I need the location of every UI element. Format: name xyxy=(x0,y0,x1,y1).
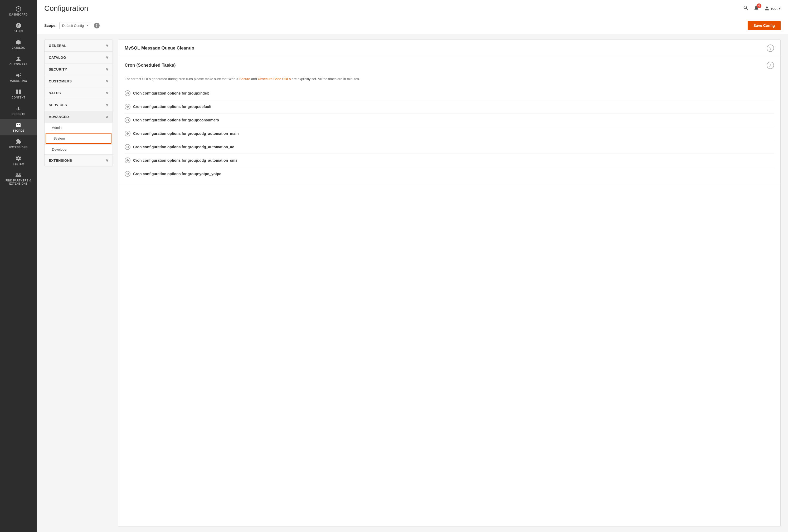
panel-section-title-mysql-queue: MySQL Message Queue Cleanup xyxy=(125,45,194,51)
sidebar-item-label: STORES xyxy=(13,129,24,132)
scope-left: Scope: Default Config ? xyxy=(44,22,100,29)
cron-description: For correct URLs generated during cron r… xyxy=(125,74,774,87)
cron-item-label: Cron configuration options for group:ind… xyxy=(133,91,209,95)
panel-section-mysql-queue: MySQL Message Queue Cleanup ∨ xyxy=(118,40,780,57)
left-nav-sub-item-admin[interactable]: Admin xyxy=(44,122,113,132)
search-button[interactable] xyxy=(743,5,749,12)
cron-circle-icon: ⊙ xyxy=(125,117,131,123)
left-nav-label-security: SECURITY xyxy=(49,67,67,71)
left-nav-label-advanced: ADVANCED xyxy=(49,115,69,119)
sidebar-item-extensions[interactable]: EXTENSIONS xyxy=(0,135,37,152)
sidebar-item-find-partners[interactable]: FIND PARTNERS & EXTENSIONS xyxy=(0,168,37,188)
scope-select[interactable]: Default Config xyxy=(59,22,91,29)
cron-circle-icon: ⊙ xyxy=(125,171,131,177)
left-nav-label-services: SERVICES xyxy=(49,103,67,107)
chevron-down-icon: ∨ xyxy=(106,67,109,71)
cron-item-index[interactable]: ⊙ Cron configuration options for group:i… xyxy=(125,87,774,100)
left-nav-label-customers: CUSTOMERS xyxy=(49,79,72,83)
cron-item-consumers[interactable]: ⊙ Cron configuration options for group:c… xyxy=(125,114,774,127)
left-nav-header-sales[interactable]: SALES ∨ xyxy=(44,87,113,99)
left-nav-header-services[interactable]: SERVICES ∨ xyxy=(44,99,113,110)
left-nav-item-services[interactable]: SERVICES ∨ xyxy=(44,99,113,111)
partner-icon xyxy=(15,172,22,178)
left-nav-item-catalog[interactable]: CATALOG ∨ xyxy=(44,52,113,63)
left-nav-item-security[interactable]: SECURITY ∨ xyxy=(44,63,113,75)
cron-item-yotpo[interactable]: ⊙ Cron configuration options for group:y… xyxy=(125,167,774,180)
sidebar: DASHBOARD SALES CATALOG CUSTOMERS MARKET… xyxy=(0,0,37,532)
cron-item-label: Cron configuration options for group:con… xyxy=(133,118,219,122)
cron-circle-icon: ⊙ xyxy=(125,144,131,150)
chevron-up-icon: ∧ xyxy=(106,115,109,119)
grid-icon xyxy=(15,89,22,95)
chevron-down-icon: ∨ xyxy=(106,79,109,83)
save-config-button[interactable]: Save Config xyxy=(748,21,781,30)
left-nav-sub-item-developer[interactable]: Developer xyxy=(44,144,113,154)
left-nav-header-extensions[interactable]: EXTENSIONS ∨ xyxy=(44,155,113,166)
cron-item-default[interactable]: ⊙ Cron configuration options for group:d… xyxy=(125,100,774,114)
notification-button[interactable]: 4 xyxy=(753,5,759,12)
collapse-icon-cron[interactable]: ∧ xyxy=(767,62,774,69)
cron-circle-icon: ⊙ xyxy=(125,158,131,163)
cron-circle-icon: ⊙ xyxy=(125,131,131,137)
left-nav-sub-item-system[interactable]: System xyxy=(45,133,112,144)
main-area: Configuration 4 root ▾ Scope: Default Co… xyxy=(37,0,788,532)
left-nav-item-advanced[interactable]: ADVANCED ∧ Admin System Developer xyxy=(44,111,113,155)
panel-section-title-cron: Cron (Scheduled Tasks) xyxy=(125,63,176,68)
cron-item-label: Cron configuration options for group:def… xyxy=(133,105,211,109)
sidebar-item-dashboard[interactable]: DASHBOARD xyxy=(0,3,37,19)
person-icon xyxy=(15,56,22,62)
sidebar-item-customers[interactable]: CUSTOMERS xyxy=(0,53,37,69)
cron-desc-link-secure[interactable]: Secure xyxy=(239,77,250,81)
left-nav-header-catalog[interactable]: CATALOG ∨ xyxy=(44,52,113,63)
left-nav-header-general[interactable]: GENERAL ∨ xyxy=(44,40,113,52)
panel-section-header-mysql-queue[interactable]: MySQL Message Queue Cleanup ∨ xyxy=(118,40,780,57)
chevron-down-icon: ∨ xyxy=(106,103,109,107)
cron-circle-icon: ⊙ xyxy=(125,90,131,96)
page-header: Configuration 4 root ▾ xyxy=(37,0,788,17)
sidebar-item-label: EXTENSIONS xyxy=(9,146,27,149)
cron-circle-icon: ⊙ xyxy=(125,104,131,109)
chevron-down-icon: ∨ xyxy=(106,55,109,60)
panel-section-header-cron[interactable]: Cron (Scheduled Tasks) ∧ xyxy=(118,57,780,74)
sidebar-item-label: DASHBOARD xyxy=(9,13,28,16)
user-menu[interactable]: root ▾ xyxy=(764,5,781,11)
left-nav-sub-advanced: Admin System Developer xyxy=(44,122,113,154)
panel-section-cron: Cron (Scheduled Tasks) ∧ For correct URL… xyxy=(118,57,780,185)
notification-badge: 4 xyxy=(757,3,761,8)
left-nav-label-catalog: CATALOG xyxy=(49,56,66,60)
cron-section: For correct URLs generated during cron r… xyxy=(118,74,780,185)
help-icon[interactable]: ? xyxy=(94,23,100,28)
sidebar-item-catalog[interactable]: CATALOG xyxy=(0,36,37,53)
left-nav-item-customers[interactable]: CUSTOMERS ∨ xyxy=(44,75,113,87)
cron-item-ddg-main[interactable]: ⊙ Cron configuration options for group:d… xyxy=(125,127,774,140)
scope-bar: Scope: Default Config ? Save Config xyxy=(37,17,788,34)
sidebar-item-content[interactable]: CONTENT xyxy=(0,86,37,102)
sidebar-item-system[interactable]: SYSTEM xyxy=(0,152,37,168)
box-icon xyxy=(15,39,22,45)
left-nav-header-advanced[interactable]: ADVANCED ∧ xyxy=(44,111,113,122)
sidebar-item-label: CATALOG xyxy=(12,46,25,49)
cron-desc-link-unsecure[interactable]: Unsecure Base URLs xyxy=(258,77,291,81)
sidebar-item-stores[interactable]: STORES xyxy=(0,119,37,135)
left-nav-label-extensions: EXTENSIONS xyxy=(49,159,72,163)
user-dropdown-icon: ▾ xyxy=(779,6,781,11)
left-nav-header-customers[interactable]: CUSTOMERS ∨ xyxy=(44,75,113,87)
sidebar-item-label: SYSTEM xyxy=(13,163,24,165)
collapse-icon-mysql-queue[interactable]: ∨ xyxy=(767,44,774,52)
sidebar-item-reports[interactable]: REPORTS xyxy=(0,102,37,119)
cron-item-label: Cron configuration options for group:ddg… xyxy=(133,158,237,163)
left-nav-item-sales[interactable]: SALES ∨ xyxy=(44,87,113,99)
sidebar-item-label: MARKETING xyxy=(10,80,27,82)
cron-item-ddg-sms[interactable]: ⊙ Cron configuration options for group:d… xyxy=(125,154,774,167)
sidebar-item-sales[interactable]: SALES xyxy=(0,19,37,36)
store-icon xyxy=(15,122,22,128)
right-panel: MySQL Message Queue Cleanup ∨ Cron (Sche… xyxy=(118,40,781,527)
left-nav-item-extensions[interactable]: EXTENSIONS ∨ xyxy=(44,155,113,166)
left-nav-item-general[interactable]: GENERAL ∨ xyxy=(44,40,113,52)
cron-item-ddg-ac[interactable]: ⊙ Cron configuration options for group:d… xyxy=(125,140,774,154)
sidebar-item-label: REPORTS xyxy=(12,113,25,116)
sidebar-item-marketing[interactable]: MARKETING xyxy=(0,69,37,86)
chevron-down-icon: ∨ xyxy=(106,43,109,48)
chevron-down-icon: ∨ xyxy=(106,158,109,163)
left-nav-header-security[interactable]: SECURITY ∨ xyxy=(44,63,113,75)
